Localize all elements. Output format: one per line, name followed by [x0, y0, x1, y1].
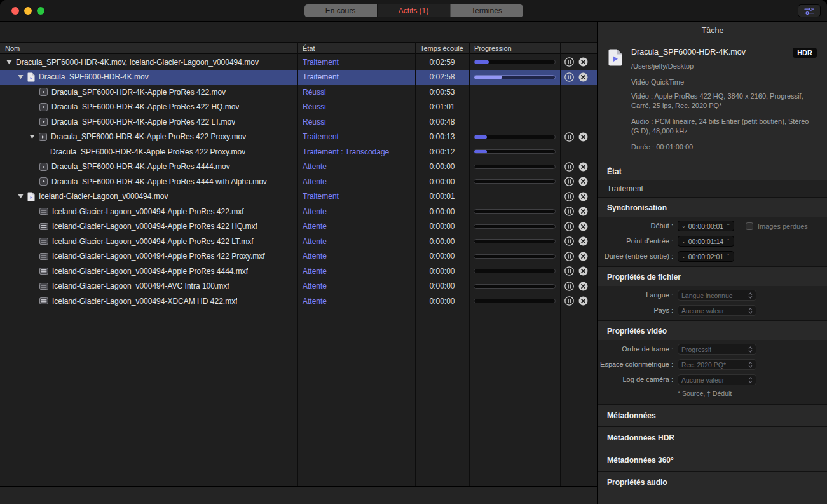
status-label: Attente [303, 297, 327, 306]
pause-button[interactable] [564, 72, 574, 82]
point-entree-stepper[interactable]: ⌄ 00:00:01:14 ⌃ [678, 236, 734, 247]
row-file-name: Dracula_SPF6000-HDR-4K-Apple ProRes 422.… [51, 88, 226, 97]
disclosure-triangle-icon[interactable] [29, 134, 35, 139]
section-metadonnees-360[interactable]: Métadonnées 360° [598, 449, 827, 465]
disclosure-triangle-icon[interactable] [18, 74, 24, 79]
elapsed-time: 0:00:00 [415, 222, 469, 231]
espace-colorimetrique-dropdown[interactable]: Rec. 2020 PQ* [678, 359, 756, 370]
table-row[interactable]: Iceland-Glacier-Lagoon_v000494-AVC Intra… [0, 279, 597, 294]
pause-button[interactable] [564, 207, 574, 216]
tab-actifs[interactable]: Actifs (1) [377, 4, 450, 17]
table-row[interactable]: Dracula_SPF6000-HDR-4K-Apple ProRes 422 … [0, 114, 597, 130]
updown-chevrons-icon [748, 308, 753, 314]
cancel-button[interactable] [578, 252, 588, 261]
row-file-name: Dracula_SPF6000-HDR-4K-Apple ProRes 422 … [51, 132, 246, 141]
table-row[interactable]: Iceland-Glacier-Lagoon_v000494-Apple Pro… [0, 264, 597, 279]
cancel-button[interactable] [578, 177, 588, 186]
log-camera-dropdown[interactable]: Aucune valeur [678, 374, 756, 385]
table-row[interactable]: Dracula_SPF6000-HDR-4K.movTraitement0:02… [0, 70, 597, 85]
column-header-progression[interactable]: Progression [469, 44, 560, 52]
table-row[interactable]: Iceland-Glacier-Lagoon_v000494-Apple Pro… [0, 204, 597, 219]
section-metadonnees-hdr[interactable]: Métadonnées HDR [598, 426, 827, 442]
chevron-down-icon[interactable]: ⌄ [681, 238, 686, 244]
pause-button[interactable] [564, 57, 574, 67]
table-row[interactable]: Iceland-Glacier-Lagoon_v000494-Apple Pro… [0, 234, 597, 249]
ordre-trame-dropdown[interactable]: Progressif [678, 344, 756, 355]
table-row[interactable]: Dracula_SPF6000-HDR-4K-Apple ProRes 4444… [0, 160, 597, 175]
cancel-button[interactable] [578, 72, 588, 82]
column-header-temps[interactable]: Temps écoulé [415, 44, 469, 52]
ordre-trame-row: Ordre de trame : Progressif [598, 342, 827, 357]
elapsed-time: 0:00:12 [415, 147, 469, 156]
maximize-circle-icon[interactable] [37, 7, 44, 15]
file-kind: Vidéo QuickTime [631, 78, 817, 86]
chevron-down-icon[interactable]: ⌄ [681, 223, 686, 229]
pause-button[interactable] [564, 296, 574, 306]
filter-button[interactable] [798, 4, 821, 17]
pause-button[interactable] [564, 236, 574, 246]
quicktime-file-icon [608, 49, 622, 69]
images-perdues-label: Images perdues [758, 222, 808, 230]
mxf-file-icon [39, 238, 48, 245]
status-label: Attente [303, 237, 327, 246]
cancel-button[interactable] [578, 236, 588, 246]
cancel-button[interactable] [578, 57, 588, 67]
progress-bar [474, 299, 556, 303]
chevron-down-icon[interactable]: ⌄ [681, 254, 686, 259]
table-row[interactable]: Iceland-Glacier-Lagoon_v000494-Apple Pro… [0, 219, 597, 235]
images-perdues-checkbox[interactable] [746, 222, 753, 230]
pause-button[interactable] [564, 192, 574, 201]
table-row[interactable]: Iceland-Glacier-Lagoon_v000494.movTraite… [0, 189, 597, 205]
debut-stepper[interactable]: ⌄ 00:00:00:01 ⌃ [678, 221, 734, 231]
pause-button[interactable] [564, 282, 574, 291]
langue-row: Langue : Langue inconnue [598, 288, 827, 303]
duree-stepper[interactable]: ⌄ 00:00:02:01 ⌃ [678, 251, 734, 262]
chevron-up-icon[interactable]: ⌃ [726, 254, 730, 259]
cancel-button[interactable] [578, 266, 588, 276]
tab-termines[interactable]: Terminés [450, 4, 523, 17]
pause-button[interactable] [564, 162, 574, 172]
pause-button[interactable] [564, 252, 574, 261]
close-circle-icon[interactable] [11, 7, 19, 15]
table-row[interactable]: Dracula_SPF6000-HDR-4K-Apple ProRes 4444… [0, 174, 597, 189]
elapsed-time: 0:00:00 [415, 297, 469, 306]
pause-button[interactable] [564, 266, 574, 276]
row-file-name: Iceland-Glacier-Lagoon_v000494.mov [39, 192, 168, 201]
table-row[interactable]: Dracula_SPF6000-HDR-4K-Apple ProRes 422.… [0, 85, 597, 100]
traffic-lights [11, 7, 44, 15]
table-row[interactable]: Dracula_SPF6000-HDR-4K-Apple ProRes 422 … [0, 100, 597, 115]
pause-button[interactable] [564, 177, 574, 186]
langue-dropdown[interactable]: Langue inconnue [678, 290, 756, 301]
log-camera-row: Log de caméra : Aucune valeur [598, 372, 827, 388]
mov-file-icon [39, 177, 48, 186]
table-row[interactable]: Dracula_SPF6000-HDR-4K-Apple ProRes 422 … [0, 144, 597, 160]
status-label: Traitement [303, 72, 339, 81]
pause-button[interactable] [564, 222, 574, 231]
section-metadonnees[interactable]: Métadonnées [598, 404, 827, 420]
cancel-button[interactable] [578, 207, 588, 216]
pause-button[interactable] [564, 132, 574, 142]
column-header-nom[interactable]: Nom [0, 44, 297, 52]
table-row[interactable]: Iceland-Glacier-Lagoon_v000494-Apple Pro… [0, 249, 597, 264]
pays-dropdown[interactable]: Aucune valeur [678, 305, 756, 316]
cancel-button[interactable] [578, 222, 588, 231]
tab-en-cours[interactable]: En cours [304, 4, 377, 17]
table-row[interactable]: Iceland-Glacier-Lagoon_v000494-XDCAM HD … [0, 294, 597, 309]
column-header-etat[interactable]: État [297, 44, 415, 52]
row-file-name: Dracula_SPF6000-HDR-4K-Apple ProRes 422 … [51, 102, 239, 111]
row-file-name: Iceland-Glacier-Lagoon_v000494-Apple Pro… [52, 252, 265, 261]
chevron-up-icon[interactable]: ⌃ [726, 238, 730, 244]
table-row[interactable]: Dracula_SPF6000-HDR-4K-Apple ProRes 422 … [0, 130, 597, 145]
disclosure-triangle-icon[interactable] [18, 194, 24, 199]
minimize-circle-icon[interactable] [24, 7, 32, 15]
cancel-button[interactable] [578, 162, 588, 172]
section-proprietes-audio[interactable]: Propriétés audio [598, 471, 827, 487]
cancel-button[interactable] [578, 132, 588, 142]
debut-row: Début : ⌄ 00:00:00:01 ⌃ Images perdues [598, 219, 827, 234]
cancel-button[interactable] [578, 282, 588, 291]
table-row[interactable]: Dracula_SPF6000-HDR-4K.mov, Iceland-Glac… [0, 55, 597, 70]
cancel-button[interactable] [578, 192, 588, 201]
chevron-up-icon[interactable]: ⌃ [726, 223, 730, 229]
disclosure-triangle-icon[interactable] [6, 60, 12, 65]
cancel-button[interactable] [578, 296, 588, 306]
